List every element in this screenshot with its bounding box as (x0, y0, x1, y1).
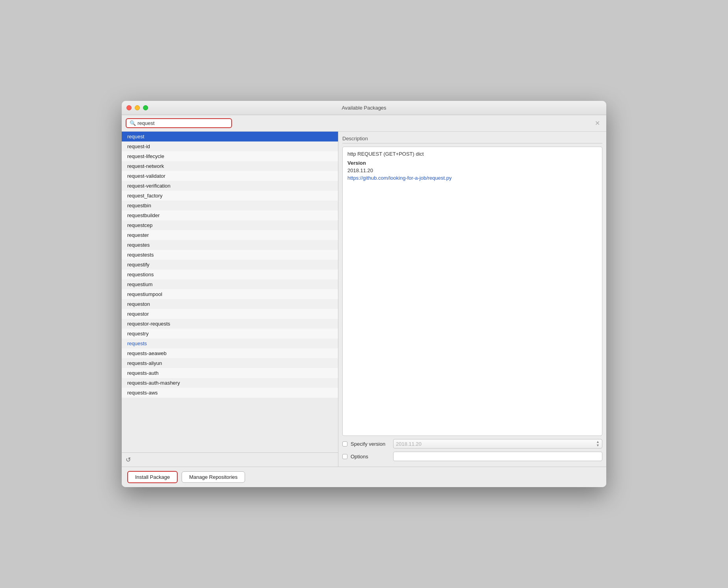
bottom-bar: Install Package Manage Repositories (122, 467, 606, 487)
list-item[interactable]: requests-aliyun (122, 358, 338, 368)
install-package-button[interactable]: Install Package (127, 471, 178, 483)
list-item[interactable]: requestions (122, 270, 338, 279)
list-item[interactable]: requests-aws (122, 388, 338, 398)
version-value: 2018.11.20 (396, 441, 422, 447)
list-item[interactable]: request (122, 132, 338, 141)
options-checkbox[interactable] (342, 454, 347, 459)
search-input[interactable] (137, 120, 216, 126)
version-label: Version (347, 160, 597, 166)
list-item[interactable]: request-verification (122, 181, 338, 191)
list-item[interactable]: requestor-requests (122, 319, 338, 329)
clear-icon[interactable]: ✕ (592, 119, 602, 127)
description-content: http REQUEST (GET+POST) dict (347, 151, 597, 157)
specify-version-row: Specify version 2018.11.20 ▲ ▼ (342, 439, 602, 448)
list-item[interactable]: requestbin (122, 201, 338, 210)
version-select[interactable]: 2018.11.20 ▲ ▼ (393, 439, 602, 448)
close-button[interactable] (126, 105, 132, 110)
specify-version-label: Specify version (351, 441, 390, 447)
package-list-panel: requestrequest-idrequest-lifecyclereques… (122, 132, 338, 467)
version-stepper[interactable]: ▲ ▼ (596, 440, 600, 447)
options-input[interactable] (393, 452, 602, 461)
list-item[interactable]: requestcep (122, 220, 338, 230)
list-footer: ↺ (122, 452, 338, 467)
search-icon: 🔍 (130, 120, 136, 126)
list-item[interactable]: requestbuilder (122, 210, 338, 220)
list-item[interactable]: request_factory (122, 191, 338, 201)
maximize-button[interactable] (143, 105, 148, 110)
options-label: Options (351, 454, 390, 460)
main-content: requestrequest-idrequest-lifecyclereques… (122, 131, 606, 467)
manage-repositories-button[interactable]: Manage Repositories (182, 471, 245, 483)
list-item[interactable]: request-network (122, 161, 338, 171)
list-item[interactable]: requestes (122, 240, 338, 250)
list-item[interactable]: requests-auth (122, 368, 338, 378)
list-item[interactable]: requestests (122, 250, 338, 260)
list-item[interactable]: requestor (122, 309, 338, 319)
list-item[interactable]: requests-auth-mashery (122, 378, 338, 388)
search-bar: 🔍 ✕ (122, 115, 606, 131)
minimize-button[interactable] (135, 105, 140, 110)
traffic-lights (126, 105, 148, 110)
package-list: requestrequest-idrequest-lifecyclereques… (122, 132, 338, 452)
options-row: Options (342, 452, 602, 461)
list-item[interactable]: request-id (122, 141, 338, 151)
description-link[interactable]: https://github.com/looking-for-a-job/req… (347, 175, 451, 181)
title-bar: Available Packages (122, 101, 606, 115)
list-item[interactable]: requestry (122, 329, 338, 339)
list-item[interactable]: requestiumpool (122, 289, 338, 299)
list-item[interactable]: requestify (122, 260, 338, 270)
version-number: 2018.11.20 (347, 167, 597, 173)
specify-version-checkbox[interactable] (342, 441, 347, 447)
list-item[interactable]: requests (122, 339, 338, 348)
list-item[interactable]: requester (122, 230, 338, 240)
list-item[interactable]: requestium (122, 279, 338, 289)
description-label: Description (342, 136, 602, 143)
list-item[interactable]: request-validator (122, 171, 338, 181)
description-box: http REQUEST (GET+POST) dict Version 201… (342, 147, 602, 436)
refresh-icon[interactable]: ↺ (126, 456, 131, 463)
description-panel: Description http REQUEST (GET+POST) dict… (338, 132, 606, 467)
options-area: Specify version 2018.11.20 ▲ ▼ Options (342, 439, 602, 463)
search-input-wrapper[interactable]: 🔍 (126, 118, 232, 128)
list-item[interactable]: requeston (122, 299, 338, 309)
window-title: Available Packages (342, 105, 386, 111)
list-item[interactable]: requests-aeaweb (122, 348, 338, 358)
list-item[interactable]: request-lifecycle (122, 151, 338, 161)
main-window: Available Packages 🔍 ✕ requestrequest-id… (122, 101, 606, 487)
